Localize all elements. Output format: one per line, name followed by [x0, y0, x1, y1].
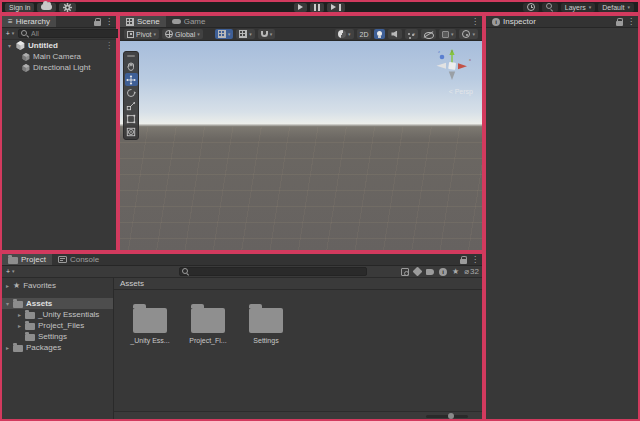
layout-dropdown[interactable]: Default▾: [598, 3, 634, 12]
asset-folder-unity-essentials[interactable]: _Unity Ess...: [124, 304, 176, 344]
hierarchy-item-main-camera[interactable]: Main Camera: [2, 51, 116, 62]
snap-settings-dropdown[interactable]: ▾: [258, 29, 276, 39]
2d-toggle[interactable]: 2D: [357, 29, 372, 39]
scale-tool[interactable]: [125, 99, 138, 112]
folder-icon: [133, 308, 167, 333]
chevron-down-icon: ▾: [472, 32, 475, 37]
pivot-dropdown[interactable]: Pivot ▾: [124, 29, 159, 39]
tab-hierarchy[interactable]: ≡ Hierarchy: [2, 16, 56, 27]
tree-item-project-files[interactable]: ▸ Project_Files: [2, 320, 113, 331]
perspective-label[interactable]: < Persp: [449, 88, 473, 95]
hierarchy-search-field[interactable]: [18, 29, 125, 38]
chevron-down-icon: ▾: [589, 5, 592, 10]
global-dropdown[interactable]: Global ▾: [162, 29, 203, 39]
favorite-search-icon[interactable]: ★: [452, 267, 459, 276]
folder-icon: [249, 308, 283, 333]
icon-size-slider[interactable]: [426, 415, 468, 418]
scene-toolbar: Pivot ▾ Global ▾ ▾ ▾ ▾: [120, 28, 482, 41]
kebab-menu-icon[interactable]: ⋮: [105, 18, 113, 26]
audio-toggle[interactable]: [388, 29, 402, 39]
view-hand-tool[interactable]: [125, 60, 138, 73]
gizmo-icon: [462, 30, 470, 38]
play-button[interactable]: [294, 3, 307, 12]
lock-icon[interactable]: [460, 256, 467, 264]
hidden-icon: ⌀: [464, 267, 469, 276]
foldout-open-icon[interactable]: ▾: [5, 300, 10, 307]
search-in-window-icon[interactable]: [401, 268, 409, 276]
tree-item-settings[interactable]: Settings: [2, 331, 113, 342]
hierarchy-search-input[interactable]: [31, 30, 122, 37]
layers-dropdown[interactable]: Layers▾: [561, 3, 596, 12]
info-icon[interactable]: i: [439, 268, 447, 276]
folder-icon: [25, 334, 35, 341]
unity-scene-icon: [16, 41, 25, 50]
chevron-down-icon: ▾: [348, 32, 351, 37]
foldout-closed-icon[interactable]: ▸: [17, 322, 22, 329]
tab-console[interactable]: Console: [52, 254, 105, 265]
label-filter-icon[interactable]: [426, 269, 434, 275]
foldout-closed-icon[interactable]: ▸: [5, 344, 10, 351]
folder-open-icon: [13, 301, 23, 308]
menu-icon: ≡: [8, 17, 13, 26]
global-search-button[interactable]: [542, 3, 558, 12]
hierarchy-item-directional-light[interactable]: Directional Light: [2, 62, 116, 73]
foldout-closed-icon[interactable]: ▸: [5, 282, 10, 289]
foldout-closed-icon[interactable]: ▸: [17, 311, 22, 318]
tab-inspector[interactable]: i Inspector: [486, 16, 542, 27]
project-status-bar: [114, 411, 482, 419]
grid-snap-toggle[interactable]: ▾: [215, 29, 234, 39]
scale-icon: [126, 101, 136, 111]
history-button[interactable]: [523, 3, 539, 12]
rotate-tool[interactable]: [125, 86, 138, 99]
kebab-menu-icon[interactable]: ⋮: [471, 18, 479, 26]
camera-settings-dropdown[interactable]: ▾: [439, 29, 457, 39]
lighting-toggle[interactable]: [374, 29, 385, 39]
folder-icon: [8, 257, 18, 264]
orientation-gizmo[interactable]: y x z: [430, 47, 474, 87]
toolbar-right-group: Layers▾ Default▾: [523, 3, 634, 12]
folder-icon: [25, 323, 35, 330]
overlay-drag-handle[interactable]: [127, 55, 135, 57]
foldout-open-icon[interactable]: ▾: [8, 42, 13, 49]
transform-tool[interactable]: [125, 125, 138, 138]
kebab-menu-icon[interactable]: ⋮: [105, 42, 113, 50]
sign-in-button[interactable]: Sign in: [5, 3, 34, 12]
scene-viewport[interactable]: y x z < Persp: [120, 41, 482, 250]
project-search-input[interactable]: [192, 268, 364, 275]
pause-button[interactable]: [310, 3, 324, 12]
asset-folder-settings[interactable]: Settings: [240, 304, 292, 344]
increment-snap-dropdown[interactable]: ▾: [236, 29, 255, 39]
tree-item-packages[interactable]: ▸ Packages: [2, 342, 113, 353]
step-button[interactable]: [327, 3, 345, 12]
create-asset-button[interactable]: +▾: [5, 267, 16, 276]
camera-icon: [442, 31, 449, 38]
tab-project[interactable]: Project: [2, 254, 52, 265]
scene-root-row[interactable]: ▾ Untitled ⋮: [2, 40, 116, 51]
tree-item-unity-essentials[interactable]: ▸ _Unity Essentials: [2, 309, 113, 320]
rect-tool[interactable]: [125, 112, 138, 125]
move-tool[interactable]: [125, 73, 138, 86]
kebab-menu-icon[interactable]: ⋮: [627, 18, 635, 26]
hidden-count-badge: ⌀ 32: [464, 267, 479, 276]
snap-grid-icon: [239, 30, 247, 38]
package-filter-icon[interactable]: [413, 267, 423, 277]
tab-game[interactable]: Game: [166, 16, 212, 27]
settings-button[interactable]: [59, 3, 76, 12]
tree-item-favorites[interactable]: ▸ ★ Favorites: [2, 280, 113, 291]
lock-icon[interactable]: [616, 18, 623, 26]
asset-folder-project-files[interactable]: Project_Fi...: [182, 304, 234, 344]
tree-item-assets[interactable]: ▾ Assets: [2, 298, 113, 309]
gizmos-dropdown[interactable]: ▾: [459, 29, 478, 39]
tab-scene[interactable]: Scene: [120, 16, 166, 27]
cloud-services-button[interactable]: [37, 3, 56, 12]
account-group: Sign in: [5, 3, 76, 12]
lock-icon[interactable]: [94, 18, 101, 26]
effects-dropdown[interactable]: ▾: [405, 29, 418, 39]
eye-slash-icon: [424, 31, 433, 38]
hidden-objects-toggle[interactable]: [421, 29, 436, 39]
project-search-field[interactable]: [179, 267, 367, 276]
kebab-menu-icon[interactable]: ⋮: [471, 256, 479, 264]
draw-mode-dropdown[interactable]: ▾: [335, 29, 354, 39]
create-object-button[interactable]: +▾: [5, 29, 15, 38]
chevron-down-icon: ▾: [197, 32, 200, 37]
